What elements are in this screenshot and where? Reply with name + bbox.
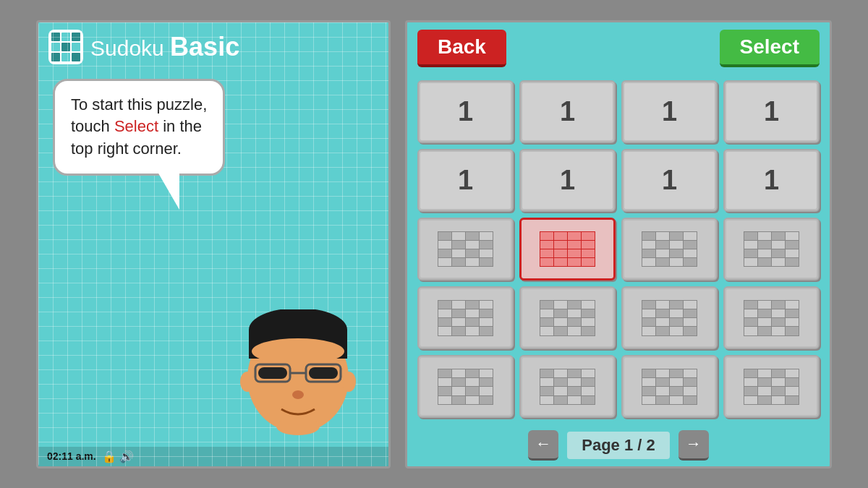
mini-sudoku-20 [744,369,799,405]
back-button[interactable]: Back [417,30,506,67]
puzzle-cell-10[interactable] [519,218,616,281]
left-panel: Sudoku Basic To start this puzzle, touch… [36,20,391,468]
page-indicator: Page 1 / 2 [567,432,670,459]
puzzle-cell-8[interactable]: 1 [723,149,820,212]
puzzle-cell-19[interactable] [621,355,718,418]
puzzle-cell-4[interactable]: 1 [723,80,820,143]
puzzle-cell-7[interactable]: 1 [621,149,718,212]
mini-sudoku-12 [744,231,799,267]
right-header: Back Select [407,22,830,74]
mini-sudoku-9 [438,231,493,267]
mini-sudoku-10 [540,231,595,267]
prev-page-button[interactable]: ← [528,430,558,461]
puzzle-cell-16[interactable] [723,286,820,349]
mini-sudoku-16 [744,300,799,336]
puzzle-cell-20[interactable] [723,355,820,418]
puzzle-cell-1[interactable]: 1 [417,80,514,143]
puzzle-cell-14[interactable] [519,286,616,349]
next-page-button[interactable]: → [678,430,709,461]
mini-sudoku-14 [540,300,595,336]
puzzle-cell-18[interactable] [519,355,616,418]
pagination: ← Page 1 / 2 → [407,424,830,466]
select-button[interactable]: Select [720,30,820,67]
puzzle-cell-9[interactable] [417,218,514,281]
puzzle-cell-12[interactable] [723,218,820,281]
svg-rect-5 [309,367,338,379]
puzzle-grid: 1 1 1 1 1 1 1 1 [407,74,830,424]
puzzle-cell-17[interactable] [417,355,514,418]
puzzle-cell-5[interactable]: 1 [417,149,514,212]
puzzle-cell-15[interactable] [621,286,718,349]
puzzle-cell-6[interactable]: 1 [519,149,616,212]
mini-sudoku-11 [642,231,697,267]
mini-sudoku-17 [438,369,493,405]
svg-point-10 [240,372,255,392]
svg-rect-4 [258,367,287,379]
mini-sudoku-15 [642,300,697,336]
puzzle-cell-13[interactable] [417,286,514,349]
mini-sudoku-19 [642,369,697,405]
svg-point-9 [292,390,304,399]
svg-point-3 [252,338,344,364]
puzzle-cell-3[interactable]: 1 [621,80,718,143]
puzzle-cell-2[interactable]: 1 [519,80,616,143]
svg-point-12 [276,418,320,435]
puzzle-cell-11[interactable] [621,218,718,281]
character-face [237,309,359,440]
right-panel: Back Select 1 1 1 1 1 1 [405,20,832,468]
mini-sudoku-13 [438,300,493,336]
speech-text: To start this puzzle, touch Select in th… [71,94,207,160]
mini-sudoku-18 [540,369,595,405]
speech-bubble: To start this puzzle, touch Select in th… [53,79,225,176]
svg-point-11 [341,372,356,392]
